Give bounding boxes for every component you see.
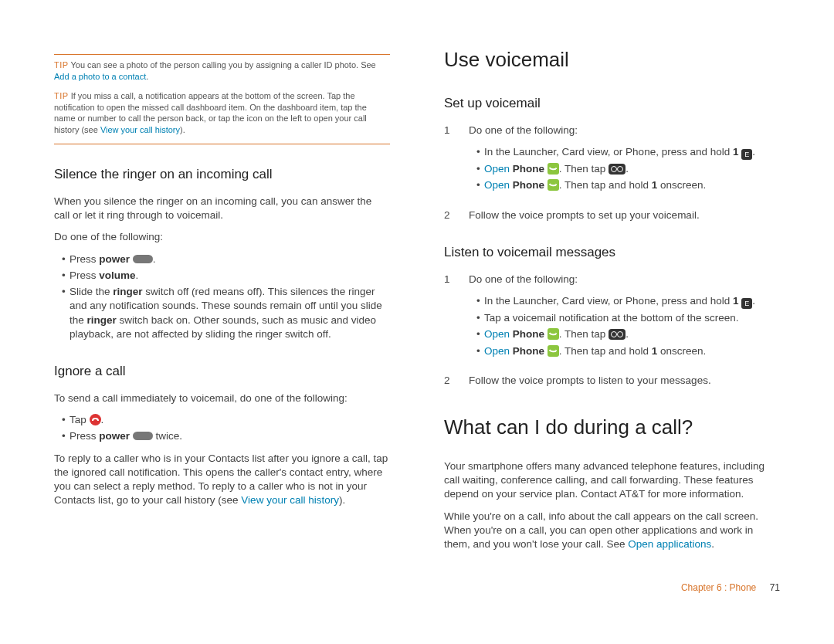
power-button-icon <box>133 432 153 440</box>
list-item: Open Phone . Then tap and hold 1 onscree… <box>476 344 780 358</box>
text: . <box>626 163 629 175</box>
list-item: Open Phone . Then tap . <box>476 162 780 176</box>
para-reply: To reply to a caller who is in your Cont… <box>54 452 390 508</box>
text: Slide the <box>70 286 113 297</box>
text: In the Launcher, Card view, or Phone, pr… <box>484 295 733 307</box>
list-item: Tap a voicemail notification at the bott… <box>476 311 780 325</box>
link-open[interactable]: Open <box>484 328 510 340</box>
text: onscreen. <box>657 345 706 357</box>
heading-use-voicemail: Use voicemail <box>444 46 780 73</box>
step-number: 2 <box>444 374 455 388</box>
heading-during-call: What can I do during a call? <box>444 414 780 441</box>
bold-phone: Phone <box>513 345 544 357</box>
text: Press <box>70 269 99 281</box>
tip-1: TIP You can see a photo of the person ca… <box>54 59 390 83</box>
step-number: 1 <box>444 273 455 366</box>
text: In the Launcher, Card view, or Phone, pr… <box>484 146 733 158</box>
text: . Then tap <box>559 328 609 340</box>
link-open[interactable]: Open <box>484 345 510 357</box>
heading-ignore: Ignore a call <box>54 363 390 381</box>
page-footer: Chapter 6 : Phone 71 <box>0 582 834 604</box>
link-view-history-1[interactable]: View your call history <box>100 125 180 134</box>
key-icon: E <box>741 298 752 309</box>
text: Press <box>70 430 99 442</box>
list-item: Press power twice. <box>62 429 390 443</box>
text: ). <box>339 494 345 506</box>
text: . Then tap <box>559 163 609 175</box>
footer-chapter: Chapter 6 : Phone <box>681 582 756 593</box>
list-item: In the Launcher, Card view, or Phone, pr… <box>476 145 780 160</box>
para-silence: When you silence the ringer on an incomi… <box>54 195 390 222</box>
list-item: Press volume. <box>62 269 390 283</box>
link-view-history-2[interactable]: View your call history <box>241 494 339 506</box>
step-1: 1 Do one of the following: In the Launch… <box>444 273 780 366</box>
tip-label: TIP <box>54 91 69 100</box>
left-column: TIP You can see a photo of the person ca… <box>54 46 390 559</box>
list-silence: Press power . Press volume. Slide the ri… <box>54 253 390 341</box>
text: twice. <box>153 430 182 442</box>
tip-separator-bottom <box>54 144 390 144</box>
text: . <box>711 538 714 550</box>
bold-phone: Phone <box>513 163 544 175</box>
text: Do one of the following: <box>469 273 578 285</box>
link-open[interactable]: Open <box>484 163 510 175</box>
heading-listen: Listen to voicemail messages <box>444 244 780 262</box>
bold-ringer: ringer <box>87 314 117 326</box>
right-column: Use voicemail Set up voicemail 1 Do one … <box>444 46 780 559</box>
step-content: Follow the voice prompts to set up your … <box>469 208 780 222</box>
heading-silence: Silence the ringer on an incoming call <box>54 166 390 184</box>
tip-1-end: . <box>146 72 148 81</box>
para-ignore: To send a call immediately to voicemail,… <box>54 391 390 405</box>
step-1: 1 Do one of the following: In the Launch… <box>444 124 780 201</box>
text: . Then tap and hold <box>559 179 652 191</box>
list-item: In the Launcher, Card view, or Phone, pr… <box>476 294 780 309</box>
tip-separator-top <box>54 54 390 55</box>
text: . Then tap and hold <box>559 345 652 357</box>
text: . <box>752 295 755 307</box>
list-item: Open Phone . Then tap . <box>476 327 780 341</box>
text: onscreen. <box>657 179 706 191</box>
bold-power: power <box>99 430 130 442</box>
bold-phone: Phone <box>513 328 544 340</box>
text: Do one of the following: <box>469 124 578 136</box>
para-during-2: While you're on a call, info about the c… <box>444 510 780 552</box>
voicemail-icon <box>609 164 626 175</box>
voicemail-icon <box>609 329 626 340</box>
list-ignore: Tap . Press power twice. <box>54 413 390 443</box>
para-during-1: Your smartphone offers many advanced tel… <box>444 459 780 502</box>
link-open[interactable]: Open <box>484 179 510 191</box>
hangup-icon <box>90 414 101 425</box>
phone-icon <box>548 345 559 357</box>
step-content: Do one of the following: In the Launcher… <box>469 124 780 201</box>
list-item: Slide the ringer switch off (red means o… <box>62 285 390 341</box>
tip-label: TIP <box>54 60 69 69</box>
link-add-photo[interactable]: Add a photo to a contact <box>54 72 146 81</box>
text: Press <box>70 253 99 265</box>
list-item: Open Phone . Then tap and hold 1 onscree… <box>476 178 780 192</box>
bold-ringer: ringer <box>113 286 142 297</box>
bold-phone: Phone <box>513 179 544 191</box>
step-content: Do one of the following: In the Launcher… <box>469 273 780 366</box>
step-content: Follow the voice prompts to listen to yo… <box>469 374 780 388</box>
text: . <box>153 253 156 265</box>
text: . <box>626 328 629 340</box>
tip-1-text: You can see a photo of the person callin… <box>70 60 375 69</box>
text: . <box>136 269 139 281</box>
step-2: 2 Follow the voice prompts to listen to … <box>444 374 780 388</box>
link-open-apps[interactable]: Open applications <box>628 538 711 550</box>
text: . <box>101 414 104 425</box>
step-number: 1 <box>444 124 455 201</box>
list-setup: In the Launcher, Card view, or Phone, pr… <box>469 145 780 192</box>
bold-power: power <box>99 253 130 265</box>
step-2: 2 Follow the voice prompts to set up you… <box>444 208 780 222</box>
text: Tap <box>70 414 90 425</box>
list-listen: In the Launcher, Card view, or Phone, pr… <box>469 294 780 358</box>
list-item: Tap . <box>62 413 390 427</box>
footer-page-number: 71 <box>770 582 780 593</box>
phone-icon <box>548 163 559 175</box>
key-icon: E <box>741 149 752 160</box>
tip-2-end: ). <box>180 125 185 134</box>
text: . <box>752 146 755 158</box>
phone-icon <box>548 328 559 340</box>
phone-icon <box>548 179 559 191</box>
